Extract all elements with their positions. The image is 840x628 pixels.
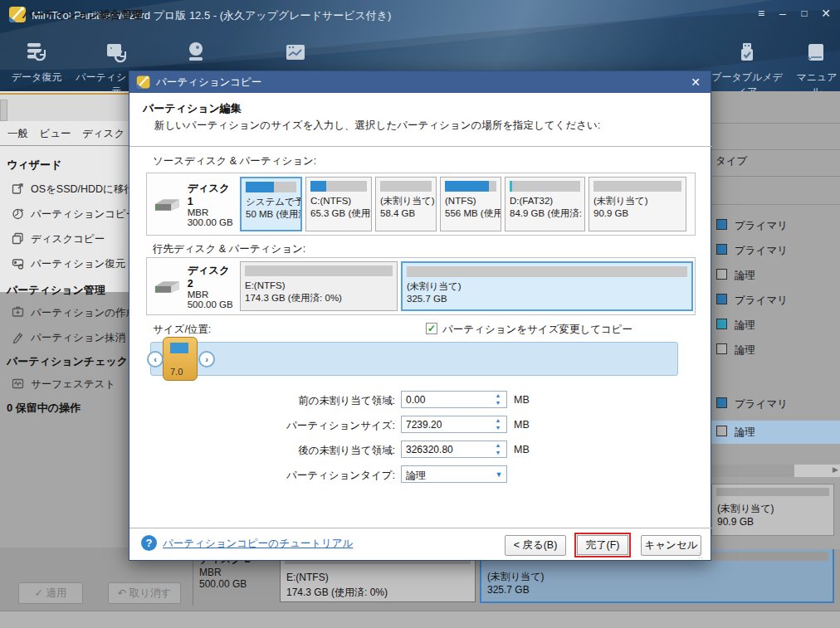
tab-bar xyxy=(0,93,130,121)
toolbar-bootable-media[interactable]: ブータブルメディア xyxy=(707,40,787,99)
source-disk-info: ディスク 1 MBR 300.00 GB xyxy=(150,177,237,231)
spinner-partition-size[interactable]: ▲▼ xyxy=(492,416,504,432)
unallocated-before-input[interactable]: 0.00 xyxy=(401,391,507,408)
finish-button[interactable]: 完了(F) xyxy=(577,535,628,555)
size-position-label: サイズ/位置: xyxy=(153,323,211,337)
toolbar-manual[interactable]: マニュアル xyxy=(793,40,840,99)
resize-grip[interactable]: ... xyxy=(698,548,708,558)
source-partition-d[interactable]: D:(FAT32) 84.9 GB (使用済: 1 xyxy=(505,177,585,231)
menu-icon[interactable]: ≡ xyxy=(752,5,770,22)
toolbar-chart-tool[interactable] xyxy=(283,40,308,71)
partition-type-dropdown[interactable]: 論理 xyxy=(401,465,507,483)
table-row[interactable]: プライマリ xyxy=(711,214,840,237)
table-row[interactable]: 論理 xyxy=(711,264,840,287)
resize-copy-checkbox[interactable]: ✓ xyxy=(426,323,437,334)
dropdown-arrow-icon[interactable]: ▼ xyxy=(492,470,505,479)
separator xyxy=(129,528,712,528)
disk-drive-icon xyxy=(154,196,181,212)
table-row[interactable]: プライマリ xyxy=(711,392,840,416)
type-color-swatch xyxy=(716,343,727,354)
type-color-swatch xyxy=(716,426,727,436)
sidebar-item-partition-copy[interactable]: パーティションコピー xyxy=(12,207,136,222)
minimize-icon[interactable]: – xyxy=(774,5,792,22)
table-row[interactable]: 論理 xyxy=(711,338,840,362)
source-partition-system-reserved[interactable]: システムで予約 50 MB (使用済: xyxy=(240,177,302,231)
tutorial-link[interactable]: パーティションコピーのチュートリアル xyxy=(163,537,353,551)
scrollbar-arrow-right-icon[interactable]: ▶ xyxy=(833,465,838,474)
menu-item-general[interactable]: 一般 xyxy=(7,127,28,141)
source-partition-unallocated-2[interactable]: (未割り当て) 90.9 GB xyxy=(588,177,686,231)
sidebar-header-wizard: ウィザード xyxy=(7,158,61,173)
toolbar-disk-tool[interactable] xyxy=(183,40,208,71)
migrate-os-icon xyxy=(12,183,24,197)
apply-check-icon: ✓ xyxy=(35,587,43,599)
unit-label: MB xyxy=(514,419,530,431)
tab-partition-management[interactable]: パーティション総合管理 xyxy=(22,7,143,22)
separator xyxy=(711,123,840,124)
cancel-button[interactable]: キャンセル xyxy=(641,535,701,556)
dialog-heading: パーティション編集 xyxy=(143,101,242,116)
type-color-swatch xyxy=(716,294,727,304)
dialog-subtitle: 新しいパーティションのサイズを入力し、選択したパーティションの場所を指定してくだ… xyxy=(154,119,600,133)
close-icon[interactable]: ✕ xyxy=(817,5,835,22)
disk-icon xyxy=(183,40,208,67)
sidebar-item-migrate-os[interactable]: OSをSSD/HDDに移行 xyxy=(12,183,134,197)
sidebar-header-partition-management: パーティション管理 xyxy=(7,283,105,298)
finish-button-highlight: 完了(F) xyxy=(574,533,631,557)
dialog-close-icon[interactable]: ✕ xyxy=(687,74,704,90)
disk-drive-icon xyxy=(154,278,181,295)
scrollbar-thumb[interactable] xyxy=(711,465,794,477)
table-row[interactable]: 論理 xyxy=(711,314,840,337)
dialog-titlebar: パーティションコピー ✕ xyxy=(129,71,711,93)
menu-item-disk[interactable]: ディスク xyxy=(82,127,125,141)
toolbar-data-recovery[interactable]: データ復元 xyxy=(10,40,63,85)
slider-shrink-arrow-icon[interactable]: ‹ xyxy=(147,351,164,368)
partition-size-slider-track[interactable] xyxy=(150,342,678,376)
separator xyxy=(129,146,712,147)
spinner-unallocated-before[interactable]: ▲▼ xyxy=(492,392,504,407)
sidebar-item-partition-recovery[interactable]: パーティション復元 xyxy=(12,257,125,272)
sidebar-item-surface-test[interactable]: サーフェステスト xyxy=(12,377,115,392)
usage-bar xyxy=(716,488,829,496)
partition-size-input[interactable]: 7239.20 xyxy=(401,416,507,433)
bg-disk1-partition-unallocated[interactable]: (未割り当て) 90.9 GB xyxy=(711,484,834,536)
dest-partition-e[interactable]: E:(NTFS) 174.3 GB (使用済: 0%) xyxy=(240,261,398,311)
horizontal-scrollbar[interactable]: ▶ xyxy=(711,465,840,477)
slider-grow-arrow-icon[interactable]: › xyxy=(198,351,215,368)
bootable-media-icon xyxy=(707,40,787,67)
apply-button[interactable]: ✓ 適用 xyxy=(18,582,83,604)
separator xyxy=(711,176,840,177)
partition-size-slider-handle[interactable]: 7.0 xyxy=(163,337,198,381)
separator xyxy=(711,204,840,205)
toolbar-label: データ復元 xyxy=(12,71,62,83)
undo-button[interactable]: ↶ 取り消す xyxy=(108,582,181,604)
source-partition-c[interactable]: C:(NTFS) 65.3 GB (使用済 xyxy=(305,177,372,231)
usage-bar xyxy=(380,181,432,192)
partition-recovery-small-icon xyxy=(12,257,24,272)
sidebar-item-wipe-partition[interactable]: パーティション抹消 xyxy=(12,331,125,346)
menu-item-view[interactable]: ビュー xyxy=(39,127,71,141)
back-button[interactable]: < 戻る(B) xyxy=(505,535,566,556)
source-partition-ntfs[interactable]: (NTFS) 556 MB (使用 xyxy=(440,177,501,231)
dialog-title: パーティションコピー xyxy=(156,75,261,90)
sidebar-item-create-partition[interactable]: パーティションの作成 xyxy=(12,306,136,321)
usage-bar xyxy=(407,266,687,277)
partition-copy-icon xyxy=(12,207,24,222)
sidebar-item-disk-copy[interactable]: ディスクコピー xyxy=(12,232,105,247)
table-row[interactable]: プライマリ xyxy=(711,239,840,262)
source-partition-unallocated-1[interactable]: (未割り当て) 58.4 GB xyxy=(375,177,437,231)
spinner-unallocated-after[interactable]: ▲▼ xyxy=(492,441,504,457)
help-icon[interactable]: ? xyxy=(141,535,157,551)
maximize-icon[interactable]: □ xyxy=(795,5,813,22)
unallocated-after-input[interactable]: 326320.80 xyxy=(401,441,507,458)
usage-bar xyxy=(245,265,393,276)
table-row-selected[interactable]: 論理 xyxy=(711,421,840,444)
unallocated-before-label: 前の未割り当て領域: xyxy=(229,394,395,408)
partition-recovery-icon xyxy=(75,40,158,67)
column-header-type: タイプ xyxy=(715,154,747,168)
dest-partition-unallocated[interactable]: (未割り当て) 325.7 GB xyxy=(401,261,693,311)
table-row[interactable]: プライマリ xyxy=(711,289,840,312)
handle-partition-bar xyxy=(170,343,188,353)
sidebar-header-partition-check: パーティションチェック xyxy=(7,354,128,369)
resize-copy-checkbox-label[interactable]: パーティションをサイズ変更してコピー xyxy=(442,323,632,337)
